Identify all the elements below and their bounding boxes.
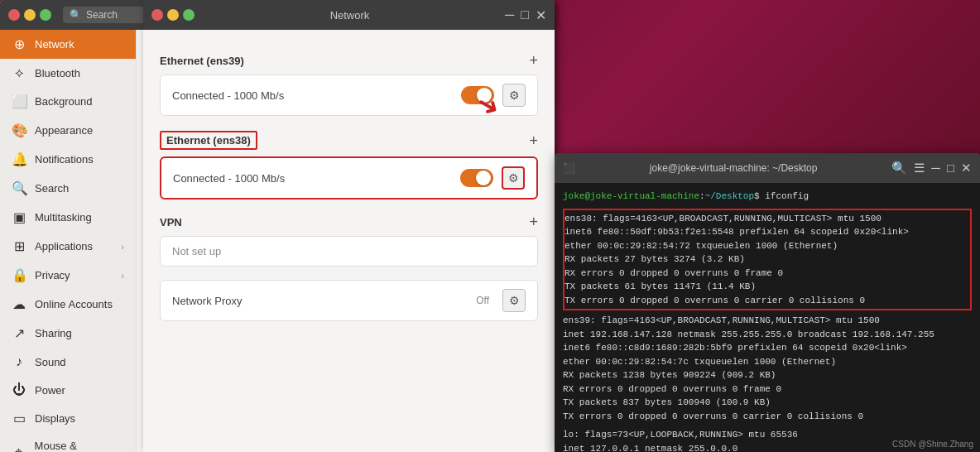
sidebar-item-sound[interactable]: ♪ Sound — [0, 348, 136, 376]
sidebar-item-label: Online Accounts — [35, 298, 113, 310]
minimize-icon[interactable]: ─ — [505, 7, 514, 23]
sidebar-item-label: Mouse & Touchpad — [35, 440, 124, 452]
ens38-highlighted-block: ens38: flags=4163<UP,BROADCAST,RUNNING,M… — [563, 209, 972, 311]
terminal-minimize-icon[interactable]: ─ — [931, 161, 940, 176]
network-maximize-button[interactable] — [183, 9, 195, 21]
toggle-knob — [476, 171, 491, 185]
sidebar-item-background[interactable]: ⬜ Background — [0, 87, 136, 116]
sidebar: ⊕ Network ⟡ Bluetooth ⬜ Background 🎨 App… — [0, 30, 137, 452]
ethernet1-section-header: Ethernet (ens39) + — [160, 53, 538, 68]
vpn-row: Not set up — [161, 237, 537, 266]
sidebar-item-label: Power — [35, 384, 65, 397]
ethernet1-row: Connected - 1000 Mb/s ⚙ — [161, 75, 537, 115]
titlebar-controls — [8, 9, 51, 21]
network-titlebar: Network ─ □ ✕ — [143, 0, 555, 30]
sidebar-item-displays[interactable]: ▭ Displays — [0, 404, 136, 433]
maximize-button[interactable] — [40, 9, 51, 21]
sidebar-item-multitasking[interactable]: ▣ Multitasking — [0, 203, 136, 232]
sidebar-item-label: Sound — [35, 356, 66, 368]
terminal-ens39-7: TX packets 837 bytes 100940 (100.9 KB) — [563, 396, 972, 410]
ethernet2-section-header: Ethernet (ens38) + — [160, 131, 538, 150]
restore-icon[interactable]: □ — [521, 7, 529, 23]
sidebar-item-network[interactable]: ⊕ Network — [0, 30, 136, 59]
network-icon: ⊕ — [12, 36, 26, 52]
sidebar-item-label: Network — [35, 38, 74, 50]
proxy-settings-button[interactable]: ⚙ — [502, 289, 526, 312]
appearance-icon: 🎨 — [12, 123, 26, 138]
ethernet1-status: Connected - 1000 Mb/s — [172, 89, 453, 102]
terminal-prompt-line: joke@joke-virtual-machine:~/Desktop$ ifc… — [563, 190, 972, 204]
ethernet2-add-button[interactable]: + — [529, 133, 538, 148]
terminal-ens39-1: ens39: flags=4163<UP,BROADCAST,RUNNING,M… — [563, 314, 972, 328]
sidebar-item-label: Displays — [35, 412, 75, 425]
sidebar-item-search[interactable]: 🔍 Search — [0, 174, 136, 203]
terminal-close-icon[interactable]: ✕ — [961, 161, 972, 176]
proxy-label: Network Proxy — [172, 295, 468, 307]
ethernet2-title: Ethernet (ens38) — [160, 131, 257, 150]
ethernet2-toggle[interactable] — [460, 169, 493, 187]
vpn-add-button[interactable]: + — [529, 214, 538, 229]
network-minimize-button[interactable] — [167, 9, 179, 21]
sidebar-item-label: Background — [35, 95, 92, 108]
ethernet1-card: Connected - 1000 Mb/s ⚙ — [160, 75, 538, 116]
terminal-restore-icon[interactable]: □ — [947, 161, 954, 176]
vpn-status: Not set up — [172, 245, 526, 257]
terminal-separator: : — [699, 191, 705, 201]
close-x-icon[interactable]: ✕ — [536, 7, 546, 23]
sharing-icon: ↗ — [12, 325, 26, 341]
sidebar-item-bluetooth[interactable]: ⟡ Bluetooth — [0, 59, 136, 87]
vpn-card: Not set up — [160, 236, 538, 267]
terminal-title: joke@joke-virtual-machine: ~/Desktop — [582, 162, 885, 174]
watermark: CSDN @Shine.Zhang — [892, 440, 973, 449]
sidebar-item-privacy[interactable]: 🔒 Privacy › — [0, 261, 136, 290]
network-body: Ethernet (ens39) + Connected - 1000 Mb/s… — [143, 30, 555, 452]
sidebar-item-sharing[interactable]: ↗ Sharing — [0, 319, 136, 348]
terminal-titlebar-icons: 🔍 ☰ ─ □ ✕ — [891, 161, 972, 176]
terminal-ens39-6: RX errors 0 dropped 0 overruns 0 frame 0 — [563, 382, 972, 397]
terminal-ens39-2: inet 192.168.147.128 netmask 255.255.255… — [563, 328, 972, 342]
chevron-right-icon: › — [121, 242, 124, 252]
proxy-status: Off — [476, 295, 489, 306]
toggle-knob — [477, 88, 492, 103]
sidebar-item-mouse[interactable]: ⌖ Mouse & Touchpad — [0, 433, 136, 452]
power-icon: ⏻ — [12, 382, 26, 397]
sidebar-item-power[interactable]: ⏻ Power — [0, 376, 136, 404]
terminal-titlebar: ⬛ joke@joke-virtual-machine: ~/Desktop 🔍… — [555, 153, 980, 183]
sidebar-item-label: Multitasking — [35, 211, 92, 224]
ethernet2-settings-button[interactable]: ⚙ — [502, 166, 525, 190]
terminal-user: joke@joke-virtual-machine — [563, 191, 699, 201]
ethernet1-add-button[interactable]: + — [529, 53, 538, 68]
sidebar-item-appearance[interactable]: 🎨 Appearance — [0, 116, 136, 145]
sidebar-item-label: Privacy — [35, 269, 70, 281]
vpn-title: VPN — [160, 216, 182, 228]
sound-icon: ♪ — [12, 354, 26, 369]
search-icon: 🔍 — [12, 180, 26, 196]
background-icon: ⬜ — [12, 94, 26, 109]
search-placeholder: Search — [86, 9, 118, 21]
ethernet1-toggle[interactable] — [461, 86, 494, 104]
sidebar-item-notifications[interactable]: 🔔 Notifications — [0, 145, 136, 174]
terminal-search-icon[interactable]: 🔍 — [891, 161, 907, 176]
sidebar-item-label: Bluetooth — [35, 67, 80, 79]
minimize-button[interactable] — [24, 9, 36, 21]
ethernet2-card: Connected - 1000 Mb/s ⚙ — [160, 156, 538, 200]
proxy-row: Network Proxy Off ⚙ — [161, 281, 537, 320]
terminal-line-6: TX packets 61 bytes 11471 (11.4 KB) — [564, 280, 970, 294]
ethernet1-settings-button[interactable]: ⚙ — [502, 84, 526, 107]
sidebar-item-online-accounts[interactable]: ☁ Online Accounts — [0, 290, 136, 319]
network-close-button[interactable] — [151, 9, 163, 21]
terminal-window: ⬛ joke@joke-virtual-machine: ~/Desktop 🔍… — [555, 153, 980, 452]
terminal-line-3: ether 00:0c:29:82:54:72 txqueuelen 1000 … — [564, 239, 970, 253]
sidebar-item-label: Appearance — [35, 124, 93, 137]
close-button[interactable] — [8, 9, 20, 21]
network-title: Network — [195, 9, 505, 22]
applications-icon: ⊞ — [12, 238, 26, 254]
ethernet2-row: Connected - 1000 Mb/s ⚙ — [161, 158, 536, 198]
terminal-line-2: inet6 fe80::50df:9b53:f2e1:5548 prefixle… — [564, 225, 970, 239]
mouse-icon: ⌖ — [12, 445, 26, 452]
sidebar-item-label: Search — [35, 182, 69, 195]
terminal-menu-icon[interactable]: ☰ — [914, 161, 925, 176]
sidebar-item-applications[interactable]: ⊞ Applications › — [0, 232, 136, 261]
proxy-card: Network Proxy Off ⚙ — [160, 280, 538, 321]
ethernet2-status: Connected - 1000 Mb/s — [173, 172, 452, 185]
